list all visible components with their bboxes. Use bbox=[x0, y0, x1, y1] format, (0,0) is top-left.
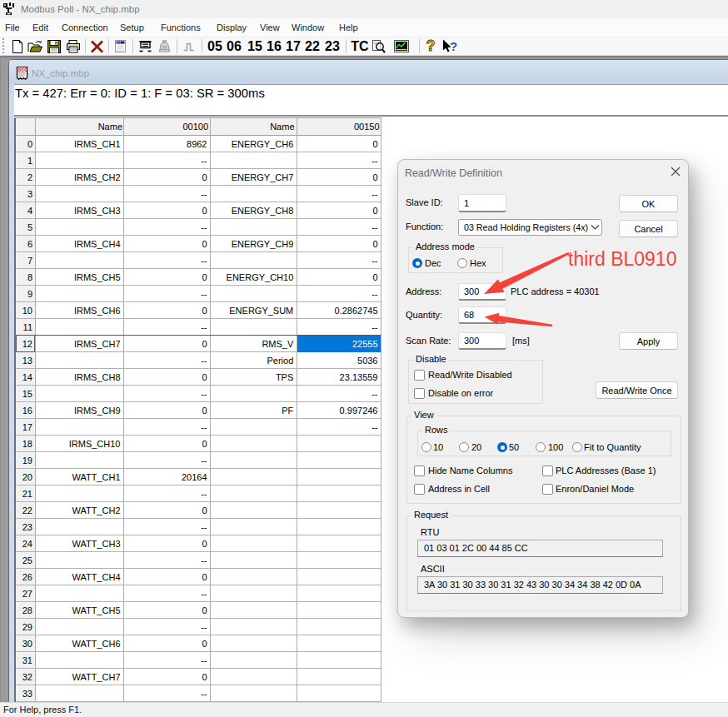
svg-text:DOC: DOC bbox=[18, 67, 28, 72]
